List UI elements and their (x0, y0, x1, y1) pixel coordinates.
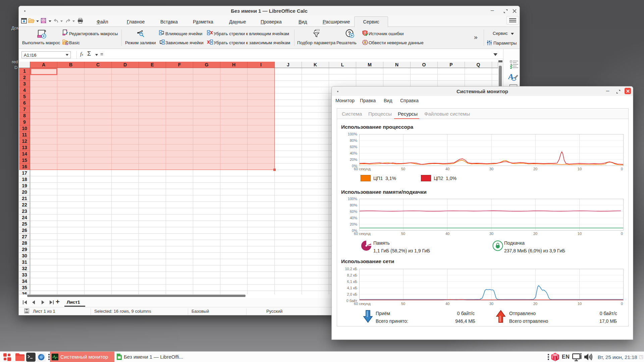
svg-text:A: A (508, 72, 514, 81)
